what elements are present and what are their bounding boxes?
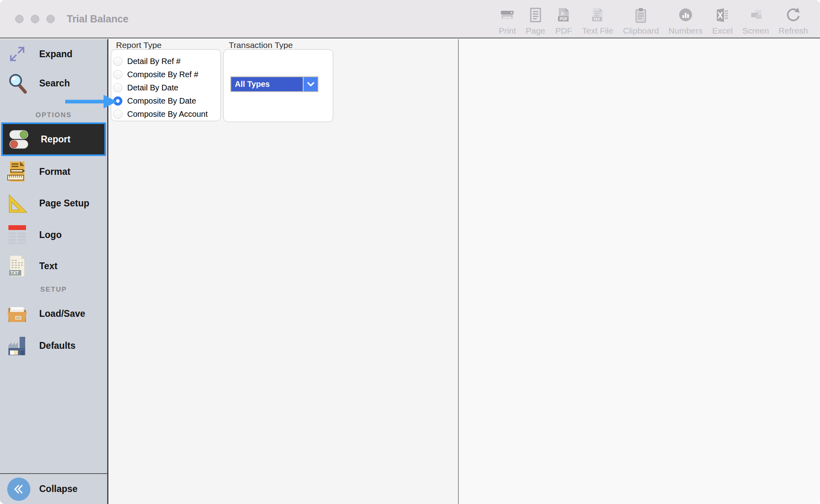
- window-controls: [15, 15, 55, 23]
- report-preview-area: [459, 39, 820, 504]
- format-document-icon: [5, 161, 30, 183]
- toolbar-label: Text File: [582, 26, 613, 36]
- radio-option-composite-by-account[interactable]: Composite By Account: [113, 108, 220, 121]
- radio-button[interactable]: [113, 57, 122, 66]
- transaction-type-groupbox: All Types: [223, 49, 333, 122]
- toolbar-button-screen[interactable]: Screen: [742, 2, 769, 36]
- radio-button[interactable]: [113, 70, 122, 79]
- text-file-icon: TXT: [589, 6, 606, 24]
- sidebar-item-page-setup[interactable]: Page Setup: [0, 188, 107, 219]
- toolbar-button-pdf[interactable]: PDF PDF: [555, 2, 572, 36]
- toolbar-button-print[interactable]: Print: [498, 2, 516, 36]
- sidebar-item-label: Report: [41, 134, 70, 145]
- sidebar-item-report[interactable]: Report: [1, 122, 106, 156]
- excel-icon: [714, 6, 731, 24]
- toolbar-button-page[interactable]: Page: [526, 2, 545, 36]
- toolbar-button-numbers[interactable]: Numbers: [668, 2, 702, 36]
- transaction-type-dropdown[interactable]: All Types: [230, 76, 318, 92]
- sidebar-item-label: Text: [39, 261, 58, 272]
- page-icon: [527, 6, 544, 24]
- minimize-button[interactable]: [31, 15, 39, 23]
- radio-option-detail-by-date[interactable]: Detail By Date: [113, 81, 220, 94]
- svg-text:PDF: PDF: [560, 17, 568, 21]
- sidebar-item-label: Search: [39, 78, 70, 89]
- sidebar-item-text[interactable]: TXT Text: [0, 250, 107, 282]
- toolbar-label: Clipboard: [623, 26, 659, 36]
- toolbar-button-excel[interactable]: Excel: [712, 2, 733, 36]
- sidebar-item-defaults[interactable]: Defaults: [0, 330, 107, 362]
- factory-icon: [5, 334, 30, 357]
- chevron-down-icon: [303, 77, 318, 91]
- transaction-type-group-label: Transaction Type: [229, 40, 293, 50]
- dropdown-selected-value: All Types: [231, 77, 303, 91]
- collapse-chevrons-icon: [7, 478, 30, 501]
- sidebar-item-search[interactable]: Search: [0, 69, 107, 98]
- toolbar-button-refresh[interactable]: Refresh: [778, 2, 808, 36]
- clipboard-icon: [632, 6, 650, 24]
- sidebar-section-setup: SETUP: [0, 282, 107, 298]
- radio-button[interactable]: [113, 83, 122, 92]
- radio-option-detail-by-ref[interactable]: Detail By Ref #: [113, 55, 220, 68]
- sidebar-collapse-row[interactable]: Collapse: [0, 473, 107, 504]
- toggles-icon: [6, 128, 31, 150]
- toolbar: Print Page: [498, 2, 820, 36]
- app-window: Trial Balance Print: [0, 0, 820, 504]
- annotation-arrow: [64, 94, 118, 111]
- svg-text:TXT: TXT: [10, 270, 19, 275]
- zoom-button[interactable]: [46, 15, 55, 23]
- toolbar-label: PDF: [555, 26, 572, 36]
- sidebar-item-expand[interactable]: Expand: [0, 39, 107, 69]
- sidebar-item-label: Expand: [39, 49, 72, 60]
- logo-placeholder-icon: [5, 224, 30, 246]
- toolbar-label: Screen: [742, 26, 769, 36]
- toolbar-button-clipboard[interactable]: Clipboard: [623, 2, 659, 36]
- toolbar-label: Numbers: [668, 26, 702, 36]
- sidebar-item-label: Load/Save: [39, 308, 85, 319]
- report-type-groupbox: Detail By Ref # Composite By Ref # Detai…: [111, 49, 221, 121]
- search-icon: [5, 72, 30, 94]
- window-title: Trial Balance: [67, 13, 128, 25]
- numbers-chart-icon: [677, 6, 694, 24]
- sidebar-item-label: Collapse: [39, 484, 78, 494]
- report-options-panel: Report Type Detail By Ref # Composite By…: [108, 39, 459, 504]
- toolbar-button-text-file[interactable]: TXT Text File: [582, 2, 613, 36]
- title-bar: Trial Balance Print: [0, 0, 820, 38]
- radio-button[interactable]: [113, 110, 122, 119]
- radio-option-composite-by-date[interactable]: Composite By Date: [113, 94, 220, 108]
- svg-text:TXT: TXT: [593, 17, 600, 21]
- sidebar-item-label: Page Setup: [39, 198, 89, 209]
- toolbar-label: Print: [499, 26, 516, 36]
- sidebar-item-label: Logo: [39, 230, 62, 240]
- folder-icon: [5, 302, 30, 325]
- screen-icon: [747, 6, 764, 24]
- printer-icon: [498, 6, 516, 24]
- close-button[interactable]: [15, 15, 24, 23]
- set-square-icon: [5, 192, 30, 215]
- sidebar-item-label: Format: [39, 166, 70, 177]
- refresh-icon: [784, 6, 802, 24]
- toolbar-label: Refresh: [778, 26, 808, 36]
- pdf-icon: PDF: [555, 6, 572, 24]
- sidebar-item-logo[interactable]: Logo: [0, 219, 107, 250]
- report-type-group-label: Report Type: [116, 40, 162, 50]
- radio-option-composite-by-ref[interactable]: Composite By Ref #: [113, 68, 220, 81]
- toolbar-label: Page: [526, 26, 545, 36]
- txt-document-icon: TXT: [5, 255, 30, 277]
- expand-arrows-icon: [5, 43, 30, 65]
- sidebar-item-label: Defaults: [39, 340, 76, 351]
- sidebar-item-load-save[interactable]: Load/Save: [0, 298, 107, 330]
- toolbar-label: Excel: [712, 26, 733, 36]
- sidebar-item-format[interactable]: Format: [0, 156, 107, 188]
